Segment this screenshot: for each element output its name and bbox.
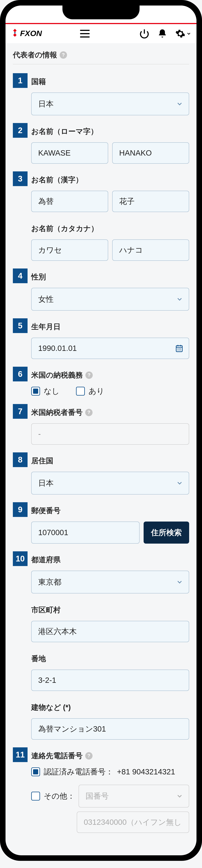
header: FXON: [5, 24, 197, 43]
name-kana-last-input[interactable]: [31, 240, 108, 261]
street-input[interactable]: [31, 670, 189, 691]
checkbox-checked-icon[interactable]: [31, 767, 40, 776]
phone-label: 連絡先電話番号 ?: [31, 747, 189, 764]
step-badge-3: 3: [13, 172, 28, 186]
step-badge-9: 9: [13, 502, 28, 517]
menu-icon[interactable]: [80, 30, 90, 37]
phone-verified-label: 認証済み電話番号：: [44, 767, 113, 777]
help-icon[interactable]: ?: [86, 371, 93, 379]
step-badge-10: 10: [13, 551, 28, 566]
dob-input[interactable]: [31, 338, 189, 359]
step-badge-4: 4: [13, 269, 28, 283]
name-kanji-last-input[interactable]: [31, 191, 108, 212]
residence-select[interactable]: 日本: [31, 472, 189, 495]
phone-verified-value: +81 9043214321: [117, 767, 175, 776]
checkbox-icon[interactable]: [31, 792, 40, 801]
help-icon[interactable]: ?: [85, 409, 93, 416]
step-badge-7: 7: [13, 404, 28, 419]
us-tax-id-input: [31, 423, 189, 445]
name-kana-first-input[interactable]: [112, 240, 189, 261]
city-label: 市区町村: [31, 601, 189, 618]
chevron-down-icon[interactable]: [186, 31, 191, 36]
phone-country-code-select[interactable]: 国番号: [78, 785, 189, 807]
step-badge-5: 5: [13, 318, 28, 333]
phone-number-input[interactable]: [77, 811, 189, 833]
step-badge-6: 6: [13, 367, 28, 381]
step-badge-2: 2: [13, 123, 28, 138]
help-icon[interactable]: ?: [60, 51, 67, 59]
us-tax-no-option[interactable]: なし: [31, 386, 60, 396]
step-badge-8: 8: [13, 453, 28, 467]
step-badge-11: 11: [13, 747, 28, 762]
name-roman-last-input[interactable]: [31, 142, 108, 164]
step-badge-1: 1: [13, 73, 28, 88]
name-kanji-label: お名前（漢字）: [31, 172, 189, 188]
phone-other-label: その他：: [44, 791, 75, 801]
us-tax-yes-option[interactable]: あり: [76, 386, 104, 396]
prefecture-label: 都道府県: [31, 551, 189, 568]
name-roman-first-input[interactable]: [112, 142, 189, 164]
us-tax-id-label: 米国納税者番号 ?: [31, 404, 189, 421]
divider: [13, 64, 189, 64]
gear-icon[interactable]: [175, 29, 186, 39]
city-input[interactable]: [31, 621, 189, 642]
name-kanji-first-input[interactable]: [112, 191, 189, 212]
street-label: 番地: [31, 650, 189, 667]
section-title: 代表者の情報 ?: [13, 50, 189, 60]
zip-input[interactable]: [31, 522, 140, 544]
zip-label: 郵便番号: [31, 502, 189, 519]
address-search-button[interactable]: 住所検索: [144, 522, 189, 544]
nationality-select[interactable]: 日本: [31, 93, 189, 115]
nationality-label: 国籍: [31, 73, 189, 90]
name-kana-label: お名前（カタカナ）: [31, 220, 189, 237]
us-tax-label: 米国の納税義務 ?: [31, 367, 189, 383]
residence-label: 居住国: [31, 453, 189, 469]
dob-label: 生年月日: [31, 318, 189, 335]
gender-select[interactable]: 女性: [31, 288, 189, 311]
building-input[interactable]: [31, 718, 189, 740]
logo[interactable]: FXON: [11, 29, 71, 39]
svg-point-0: [14, 32, 15, 33]
help-icon[interactable]: ?: [85, 752, 93, 760]
checkbox-checked-icon: [31, 387, 40, 396]
svg-text:FXON: FXON: [20, 29, 42, 38]
prefecture-select[interactable]: 東京都: [31, 571, 189, 593]
name-roman-label: お名前（ローマ字）: [31, 123, 189, 140]
building-label: 建物など (*): [31, 699, 189, 716]
gender-label: 性別: [31, 269, 189, 285]
power-icon[interactable]: [139, 29, 149, 39]
checkbox-icon: [76, 387, 85, 396]
bell-icon[interactable]: [157, 29, 167, 39]
